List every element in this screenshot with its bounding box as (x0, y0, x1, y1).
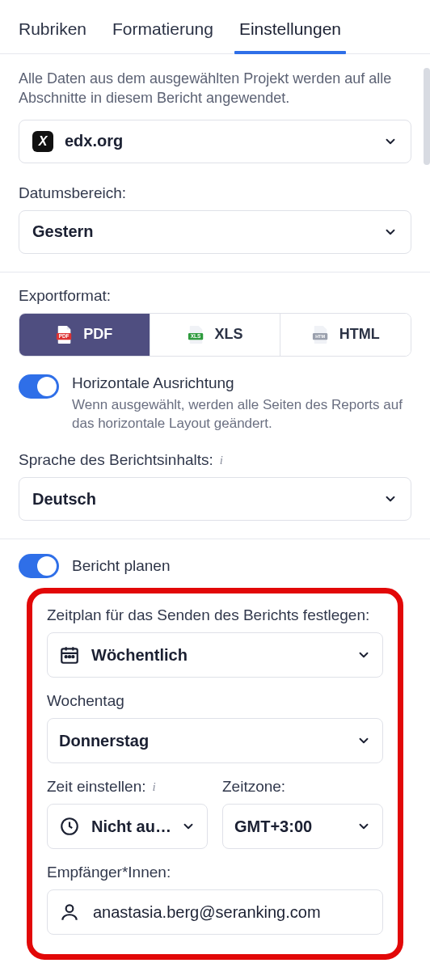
scrollbar[interactable] (424, 68, 430, 165)
language-label: Sprache des Berichtsinhalts: (19, 451, 213, 469)
schedule-frequency-select[interactable]: Wöchentlich (47, 632, 383, 678)
tab-formatierung[interactable]: Formatierung (112, 19, 213, 53)
chevron-down-icon (383, 225, 398, 239)
svg-point-9 (72, 656, 74, 657)
daterange-value: Gestern (32, 222, 94, 241)
weekday-value: Donnerstag (59, 732, 149, 750)
time-label: Zeit einstellen: (47, 778, 146, 796)
schedule-toggle-label: Bericht planen (72, 557, 170, 575)
svg-text:PDF: PDF (59, 333, 70, 339)
chevron-down-icon (356, 819, 371, 834)
project-helper-text: Alle Daten aus dem ausgewählten Projekt … (19, 69, 411, 108)
chevron-down-icon (356, 648, 371, 662)
orientation-subtitle: Wenn ausgewählt, werden alle Seiten des … (72, 395, 411, 434)
person-icon (59, 902, 80, 923)
chevron-down-icon (181, 819, 196, 834)
info-icon[interactable]: i (153, 780, 156, 794)
daterange-select[interactable]: Gestern (19, 210, 411, 254)
weekday-select[interactable]: Donnerstag (47, 718, 383, 763)
timezone-value: GMT+3:00 (234, 817, 312, 836)
orientation-title: Horizontale Ausrichtung (72, 374, 411, 392)
language-label-row: Sprache des Berichtsinhalts: i (19, 451, 411, 469)
tab-einstellungen[interactable]: Einstellungen (239, 19, 341, 53)
language-select[interactable]: Deutsch (19, 477, 411, 521)
orientation-row: Horizontale Ausrichtung Wenn ausgewählt,… (19, 374, 411, 434)
svg-point-8 (69, 656, 70, 657)
time-value: Nicht ausge… (91, 817, 173, 836)
schedule-toggle[interactable] (19, 554, 59, 578)
calendar-icon (59, 644, 80, 665)
info-icon[interactable]: i (220, 454, 223, 467)
chevron-down-icon (356, 733, 371, 748)
weekday-label: Wochentag (47, 692, 383, 710)
svg-point-7 (65, 656, 67, 657)
timezone-label: Zeitzone: (222, 778, 383, 796)
tab-rubriken[interactable]: Rubriken (19, 19, 86, 53)
project-favicon: X (32, 131, 53, 152)
section-daterange: Datumsbereich: Gestern (0, 181, 430, 272)
recipients-value: anastasia.berg@seranking.com (93, 903, 321, 922)
time-select[interactable]: Nicht ausge… (47, 804, 208, 849)
export-pdf-label: PDF (83, 326, 112, 343)
chevron-down-icon (383, 134, 398, 149)
export-xls-label: XLS (215, 326, 243, 343)
section-export: Exportformat: PDF PDF XLS XLS HTM (0, 272, 430, 539)
pdf-icon: PDF (56, 325, 74, 344)
svg-text:XLS: XLS (190, 333, 200, 339)
export-xls-button[interactable]: XLS XLS (150, 314, 280, 356)
svg-text:HTM: HTM (315, 334, 325, 339)
section-project: Alle Daten aus dem ausgewählten Projekt … (0, 54, 430, 181)
schedule-frequency-value: Wöchentlich (91, 646, 188, 665)
schedule-set-label: Zeitplan für das Senden des Berichts fes… (47, 606, 383, 624)
export-label: Exportformat: (19, 287, 411, 305)
export-segmented: PDF PDF XLS XLS HTM HTML (19, 313, 411, 357)
xls-icon: XLS (188, 325, 205, 344)
time-label-row: Zeit einstellen: i (47, 778, 208, 796)
svg-point-11 (66, 906, 74, 913)
schedule-toggle-row: Bericht planen (19, 554, 411, 578)
recipients-input[interactable]: anastasia.berg@seranking.com (47, 889, 383, 935)
language-value: Deutsch (32, 490, 96, 509)
timezone-select[interactable]: GMT+3:00 (222, 804, 383, 849)
orientation-toggle[interactable] (19, 374, 59, 399)
html-icon: HTM (312, 325, 330, 344)
clock-icon (59, 816, 80, 837)
export-html-label: HTML (339, 326, 380, 343)
project-value: edx.org (65, 132, 123, 150)
section-schedule: Bericht planen Zeitplan für das Senden d… (0, 539, 430, 968)
export-html-button[interactable]: HTM HTML (280, 314, 411, 356)
chevron-down-icon (383, 492, 398, 506)
project-select[interactable]: X edx.org (19, 120, 411, 163)
recipients-label: Empfänger*Innen: (47, 864, 383, 881)
tabs: Rubriken Formatierung Einstellungen (0, 0, 430, 54)
daterange-label: Datumsbereich: (19, 184, 411, 202)
schedule-highlight-box: Zeitplan für das Senden des Berichts fes… (27, 588, 403, 960)
export-pdf-button[interactable]: PDF PDF (19, 314, 150, 356)
